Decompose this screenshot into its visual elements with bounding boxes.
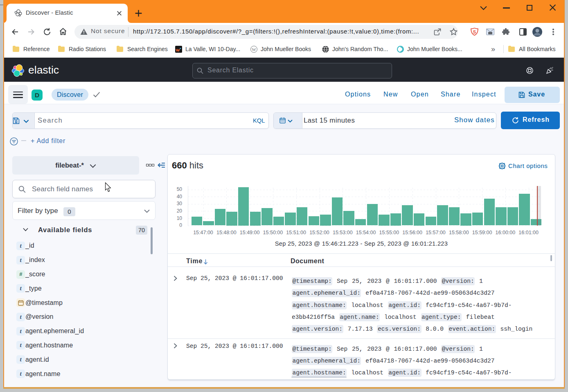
svg-text:W: W: [252, 47, 256, 52]
svg-text:S: S: [473, 29, 476, 34]
